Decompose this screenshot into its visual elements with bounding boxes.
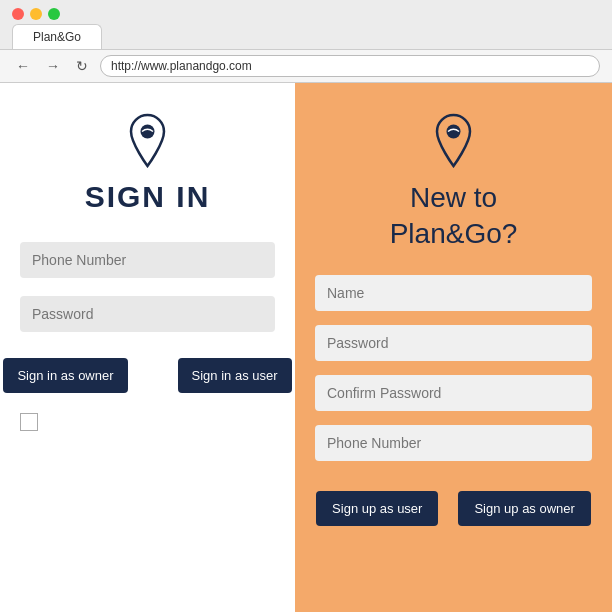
browser-content: SIGN IN Sign in as owner Sign in as user [0, 83, 612, 612]
signup-phone-input[interactable] [315, 425, 592, 461]
sign-up-user-button[interactable]: Sign up as user [316, 491, 438, 526]
tab-bar: Plan&Go [0, 24, 612, 49]
browser-window: Plan&Go ← → ↻ http://www.planandgo.com S… [0, 0, 612, 612]
back-button[interactable]: ← [12, 56, 34, 76]
forward-button[interactable]: → [42, 56, 64, 76]
remember-checkbox[interactable] [20, 413, 38, 431]
signup-button-row: Sign up as user Sign up as owner [316, 491, 591, 526]
signin-button-row: Sign in as owner Sign in as user [3, 358, 291, 393]
close-dot[interactable] [12, 8, 24, 20]
signup-phone-group [315, 425, 592, 461]
minimize-dot[interactable] [30, 8, 42, 20]
sign-up-owner-button[interactable]: Sign up as owner [458, 491, 590, 526]
signup-password-group [315, 325, 592, 361]
browser-chrome: Plan&Go ← → ↻ http://www.planandgo.com [0, 0, 612, 83]
signup-confirm-password-input[interactable] [315, 375, 592, 411]
password-group [20, 296, 275, 332]
signup-logo-icon [426, 113, 481, 168]
refresh-button[interactable]: ↻ [72, 56, 92, 76]
checkbox-row [20, 413, 275, 431]
sign-in-title: SIGN IN [85, 180, 211, 214]
sign-in-user-button[interactable]: Sign in as user [178, 358, 292, 393]
signup-password-input[interactable] [315, 325, 592, 361]
signup-name-group [315, 275, 592, 311]
title-bar [0, 0, 612, 24]
sign-in-panel: SIGN IN Sign in as owner Sign in as user [0, 83, 295, 612]
signup-name-input[interactable] [315, 275, 592, 311]
password-input[interactable] [20, 296, 275, 332]
sign-up-panel: New to Plan&Go? Sign up as user Sign up … [295, 83, 612, 612]
active-tab[interactable]: Plan&Go [12, 24, 102, 49]
maximize-dot[interactable] [48, 8, 60, 20]
sign-up-title: New to Plan&Go? [390, 180, 518, 253]
phone-number-input[interactable] [20, 242, 275, 278]
nav-bar: ← → ↻ http://www.planandgo.com [0, 49, 612, 82]
sign-in-owner-button[interactable]: Sign in as owner [3, 358, 127, 393]
address-bar[interactable]: http://www.planandgo.com [100, 55, 600, 77]
phone-number-group [20, 242, 275, 278]
logo-icon [120, 113, 175, 168]
signup-confirm-password-group [315, 375, 592, 411]
